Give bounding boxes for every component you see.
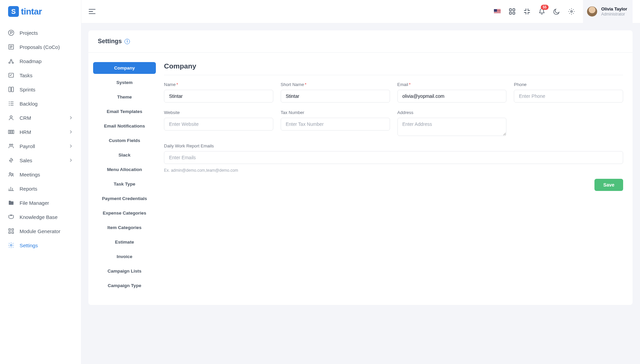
svg-point-22 — [11, 144, 13, 145]
field-phone: Phone — [514, 82, 623, 103]
dark-mode-toggle[interactable] — [553, 8, 560, 15]
settings-card: Settings i CompanySystemThemeEmail Templ… — [88, 30, 633, 305]
sidebar-item-reports[interactable]: Reports — [0, 181, 81, 196]
notifications-badge: 55 — [541, 5, 549, 10]
svg-point-5 — [9, 62, 10, 63]
field-website: Website — [164, 110, 273, 136]
topbar: 55 Olivia Taylor Administrator — [81, 0, 640, 23]
user-menu[interactable]: Olivia Taylor Administrator — [583, 0, 633, 23]
field-daily-emails: Daily Work Report Emails Ex. admin@demo.… — [164, 143, 623, 173]
info-icon[interactable]: i — [124, 39, 130, 44]
notifications-button[interactable]: 55 — [538, 8, 545, 15]
chevron-right-icon — [69, 130, 73, 134]
tab-email-notifications[interactable]: Email Notifications — [93, 120, 156, 132]
tab-campaign-lists[interactable]: Campaign Lists — [93, 265, 156, 277]
label-tax-number: Tax Number — [281, 110, 390, 115]
sidebar: S tintar ProjectsProposals (CoCo)Roadmap… — [0, 0, 81, 364]
field-spacer — [514, 110, 623, 136]
sidebar-item-backlog[interactable]: Backlog — [0, 96, 81, 111]
tab-company[interactable]: Company — [93, 62, 156, 74]
form-area: Company Name* Short Name* Ema — [164, 62, 623, 291]
sidebar-item-sprints[interactable]: Sprints — [0, 82, 81, 96]
input-address[interactable] — [397, 118, 507, 136]
P-icon — [8, 30, 14, 36]
input-short-name[interactable] — [281, 90, 390, 103]
svg-point-34 — [10, 245, 12, 246]
brand-logo[interactable]: S tintar — [0, 6, 81, 26]
sidebar-item-proposals-coco-[interactable]: Proposals (CoCo) — [0, 40, 81, 54]
svg-point-0 — [8, 30, 14, 35]
fullscreen-exit-button[interactable] — [524, 8, 530, 15]
tab-expense-categories[interactable]: Expense Categories — [93, 207, 156, 219]
input-name[interactable] — [164, 90, 273, 103]
chevron-right-icon — [69, 158, 73, 162]
tab-invoice[interactable]: Invoice — [93, 251, 156, 262]
tab-estimate[interactable]: Estimate — [93, 236, 156, 248]
tab-theme[interactable]: Theme — [93, 91, 156, 103]
svg-rect-18 — [8, 130, 10, 134]
module-icon — [8, 228, 14, 234]
svg-rect-30 — [9, 229, 10, 230]
tab-menu-allocation[interactable]: Menu Allocation — [93, 164, 156, 175]
tab-task-type[interactable]: Task Type — [93, 178, 156, 190]
sidebar-item-hrm[interactable]: HRM — [0, 125, 81, 139]
meetings-icon — [8, 171, 14, 177]
reports-icon — [8, 186, 14, 192]
tab-email-templates[interactable]: Email Templates — [93, 106, 156, 117]
user-meta: Olivia Taylor Administrator — [601, 6, 627, 17]
settings-icon — [8, 242, 14, 248]
label-address: Address — [397, 110, 507, 115]
logo-mark-icon: S — [8, 6, 19, 17]
input-tax-number[interactable] — [281, 118, 390, 131]
label-phone: Phone — [514, 82, 623, 87]
sidebar-item-settings[interactable]: Settings — [0, 238, 81, 252]
sidebar-nav: ProjectsProposals (CoCo)RoadmapTasksSpri… — [0, 26, 81, 252]
sidebar-item-label: Reports — [20, 186, 37, 192]
sidebar-item-roadmap[interactable]: Roadmap — [0, 54, 81, 68]
tab-payment-credentials[interactable]: Payment Credentials — [93, 193, 156, 204]
svg-point-25 — [12, 173, 13, 175]
tab-slack[interactable]: Slack — [93, 149, 156, 161]
settings-gear-button[interactable] — [568, 8, 575, 15]
svg-rect-41 — [513, 12, 515, 14]
input-phone[interactable] — [514, 90, 623, 103]
sales-icon — [8, 157, 14, 163]
svg-point-7 — [12, 62, 13, 63]
svg-point-21 — [9, 144, 11, 145]
input-email[interactable] — [397, 90, 507, 103]
save-button[interactable]: Save — [594, 179, 623, 191]
user-role: Administrator — [601, 12, 627, 17]
tab-item-categories[interactable]: Item Categories — [93, 222, 156, 233]
tab-system[interactable]: System — [93, 77, 156, 88]
sidebar-item-knowledge-base[interactable]: Knowledge Base — [0, 210, 81, 224]
page-title: Settings — [98, 38, 122, 45]
tab-custom-fields[interactable]: Custom Fields — [93, 135, 156, 146]
sidebar-item-payroll[interactable]: Payroll — [0, 139, 81, 153]
field-email: Email* — [397, 82, 507, 103]
hint-daily-emails: Ex. admin@demo.com,team@demo.com — [164, 168, 623, 173]
roadmap-icon — [8, 58, 14, 64]
sidebar-item-label: CRM — [20, 115, 31, 121]
sidebar-item-meetings[interactable]: Meetings — [0, 167, 81, 181]
files-icon — [8, 200, 14, 206]
menu-toggle-button[interactable] — [89, 8, 95, 15]
sidebar-item-crm[interactable]: CRM — [0, 111, 81, 125]
sidebar-item-sales[interactable]: Sales — [0, 153, 81, 167]
sidebar-item-tasks[interactable]: Tasks — [0, 68, 81, 82]
tab-campaign-type[interactable]: Campaign Type — [93, 280, 156, 291]
svg-point-42 — [571, 11, 572, 12]
svg-rect-39 — [513, 9, 515, 11]
sidebar-item-label: Meetings — [20, 172, 40, 177]
language-flag-button[interactable] — [494, 8, 501, 15]
svg-rect-31 — [12, 229, 13, 230]
chevron-right-icon — [69, 116, 73, 120]
apps-grid-button[interactable] — [509, 8, 516, 15]
sidebar-item-file-manager[interactable]: File Manager — [0, 196, 81, 210]
sidebar-item-projects[interactable]: Projects — [0, 26, 81, 40]
input-website[interactable] — [164, 118, 273, 131]
svg-rect-38 — [509, 9, 511, 11]
sidebar-item-module-generator[interactable]: Module Generator — [0, 224, 81, 238]
input-daily-emails[interactable] — [164, 151, 623, 164]
crm-icon — [8, 115, 14, 121]
svg-point-17 — [10, 116, 12, 118]
